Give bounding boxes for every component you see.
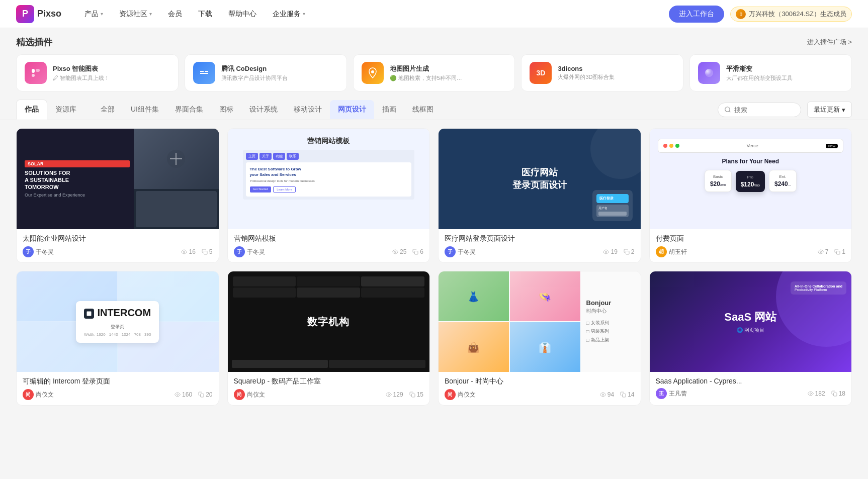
card-thumb-saas: SaaS 网站 🌐 网页项目 All-In-One Collaboration …	[650, 271, 852, 372]
nav-right: 进入工作台 b 万兴科技（300624.SZ）生态成员	[669, 6, 852, 23]
card-footer: 尚 尚仪文 94 14	[445, 389, 635, 400]
plugin-icon-tencent	[193, 62, 215, 84]
svg-point-20	[602, 394, 603, 396]
search-icon	[724, 106, 731, 113]
eye-icon	[175, 392, 181, 398]
eye-icon	[818, 249, 824, 255]
svg-point-16	[177, 394, 179, 396]
logo-icon: P	[16, 5, 34, 23]
author-avatar: 于	[234, 246, 245, 257]
plugin-card-pixso[interactable]: Pixso 智能图表 🖊 智能图表工具上线！	[16, 54, 179, 91]
card-body-solar: 太阳能企业网站设计 于 于冬灵 16 5	[17, 229, 219, 262]
author-avatar: 于	[445, 246, 456, 257]
card-author: 胡 胡玉轩	[656, 246, 687, 257]
card-body-saas: Saas Application - Cypres... 王 王凡蕾 182 1…	[650, 372, 852, 404]
logo[interactable]: P Pixso	[16, 5, 61, 23]
card-intercom[interactable]: INTERCOM 登录页 Width: 1920 - 1440 - 1024 -…	[16, 271, 219, 406]
svg-rect-19	[411, 394, 415, 398]
tab-design-system[interactable]: 设计系统	[241, 100, 286, 119]
author-avatar: 尚	[234, 389, 245, 400]
card-author: 于 于冬灵	[234, 246, 265, 257]
card-title: 医疗网站登录页面设计	[445, 234, 635, 243]
author-name: 尚仪文	[36, 391, 54, 399]
card-solar[interactable]: SOLAR SOLUTIONS FORA SUSTAINABLETOMORROW…	[16, 128, 219, 263]
card-payment[interactable]: Verce New Plans for Your Need Basic $20/…	[649, 128, 852, 263]
nav-item-community[interactable]: 资源社区 ▾	[112, 6, 159, 23]
card-saas[interactable]: SaaS 网站 🌐 网页项目 All-In-One Collaboration …	[649, 271, 852, 406]
card-body-digital: SquareUp - 数码产品工作室 尚 尚仪文 129 15	[228, 372, 430, 405]
plugin-text-map: 地图图片生成 🟢 地图检索，支持5种不同…	[390, 64, 462, 82]
tab-icons[interactable]: 图标	[211, 100, 241, 119]
tab-web[interactable]: 网页设计	[330, 100, 374, 119]
svg-rect-23	[833, 393, 837, 397]
nav-item-enterprise[interactable]: 企业服务 ▾	[266, 6, 312, 23]
card-footer: 尚 尚仪文 160 20	[23, 389, 213, 400]
eye-icon	[392, 249, 398, 255]
author-avatar: 尚	[445, 389, 456, 400]
tab-ui[interactable]: UI组件集	[123, 100, 167, 119]
svg-point-11	[605, 251, 607, 253]
author-name: 于冬灵	[36, 248, 54, 256]
card-bonjour[interactable]: 👗 👒 👜 👔 Bonjour 时尚中心 女装系列 男装系列 新品上架	[438, 271, 641, 406]
chevron-down-icon: ▾	[101, 11, 103, 17]
svg-rect-15	[87, 312, 92, 316]
card-thumb-solar: SOLAR SOLUTIONS FORA SUSTAINABLETOMORROW…	[17, 129, 219, 229]
nav-item-help[interactable]: 帮助中心	[221, 6, 264, 23]
tab-works[interactable]: 作品	[16, 100, 47, 120]
author-avatar: 王	[656, 388, 667, 399]
card-author: 于 于冬灵	[445, 246, 476, 257]
search-box[interactable]	[718, 103, 801, 117]
card-stats: 129 15	[386, 391, 423, 398]
card-author: 尚 尚仪文	[23, 389, 54, 400]
svg-rect-12	[626, 251, 629, 255]
svg-rect-17	[201, 394, 204, 398]
svg-rect-1	[32, 74, 35, 77]
card-stats: 19 2	[603, 248, 634, 255]
enter-workspace-button[interactable]: 进入工作台	[669, 6, 724, 23]
eye-icon	[808, 391, 814, 397]
card-thumb-medical: 医疗网站登录页面设计 医疗登录 用户名	[439, 129, 641, 229]
copy-icon	[620, 392, 626, 398]
logo-text: Pixso	[37, 9, 61, 19]
sort-button[interactable]: 最近更新 ▾	[807, 102, 852, 118]
card-digital[interactable]: 数字机构 SquareUp - 数码产品工作室 尚 尚仪文	[227, 271, 430, 406]
author-name: 尚仪文	[247, 391, 265, 399]
nav-item-product[interactable]: 产品 ▾	[77, 6, 110, 23]
plugins-link[interactable]: 进入插件广场 >	[807, 38, 852, 47]
tab-wireframe[interactable]: 线框图	[404, 100, 442, 119]
card-marketing[interactable]: 营销网站模板 主页 关于 功能 联系 The Best Software to …	[227, 128, 430, 263]
plugin-card-3d[interactable]: 3D 3dicons 火爆外网的3D图标合集	[521, 54, 683, 91]
card-title: Saas Application - Cypres...	[656, 377, 846, 385]
author-name: 尚仪文	[458, 391, 476, 399]
card-footer: 王 王凡蕾 182 18	[656, 388, 846, 399]
card-medical[interactable]: 医疗网站登录页面设计 医疗登录 用户名 医疗网站登录页面设计	[438, 128, 641, 263]
tab-interface[interactable]: 界面合集	[167, 100, 211, 119]
nav-item-member[interactable]: 会员	[161, 6, 189, 23]
plugin-text-tencent: 腾讯 CoDesign 腾讯数字产品设计协同平台	[221, 64, 288, 82]
plugin-text-pixso: Pixso 智能图表 🖊 智能图表工具上线！	[53, 64, 110, 82]
plugin-icon-smooth	[698, 62, 720, 84]
card-stats: 16 5	[181, 248, 212, 255]
plugins-row: Pixso 智能图表 🖊 智能图表工具上线！ 腾讯 CoDesign 腾讯数字产…	[0, 54, 868, 100]
tabs-bar: 作品 资源库 全部 UI组件集 界面合集 图标 设计系统 移动设计 网页设计 插…	[0, 100, 868, 120]
plugin-card-tencent[interactable]: 腾讯 CoDesign 腾讯数字产品设计协同平台	[185, 54, 347, 91]
tab-mobile[interactable]: 移动设计	[286, 100, 330, 119]
nav-item-download[interactable]: 下载	[191, 6, 219, 23]
view-count: 16	[181, 248, 195, 255]
tab-illustration[interactable]: 插画	[374, 100, 404, 119]
card-footer: 尚 尚仪文 129 15	[234, 389, 424, 400]
plugin-card-smooth[interactable]: 平滑渐变 大厂都在用的渐变预设工具	[689, 54, 852, 91]
card-stats: 182 18	[808, 390, 845, 397]
tab-resources[interactable]: 资源库	[47, 100, 84, 119]
card-thumb-intercom: INTERCOM 登录页 Width: 1920 - 1440 - 1024 -…	[17, 271, 219, 372]
plugin-text-3d: 3dicons 火爆外网的3D图标合集	[558, 65, 615, 81]
chevron-down-icon: ▾	[303, 11, 305, 17]
copy-icon	[198, 392, 204, 398]
search-input[interactable]	[734, 106, 795, 114]
author-name: 于冬灵	[247, 248, 265, 256]
tab-all[interactable]: 全部	[93, 100, 123, 119]
plugin-card-map[interactable]: 地图图片生成 🟢 地图检索，支持5种不同…	[353, 54, 515, 91]
card-author: 尚 尚仪文	[234, 389, 265, 400]
eye-icon	[603, 249, 609, 255]
plugin-icon-3d: 3D	[530, 62, 552, 84]
